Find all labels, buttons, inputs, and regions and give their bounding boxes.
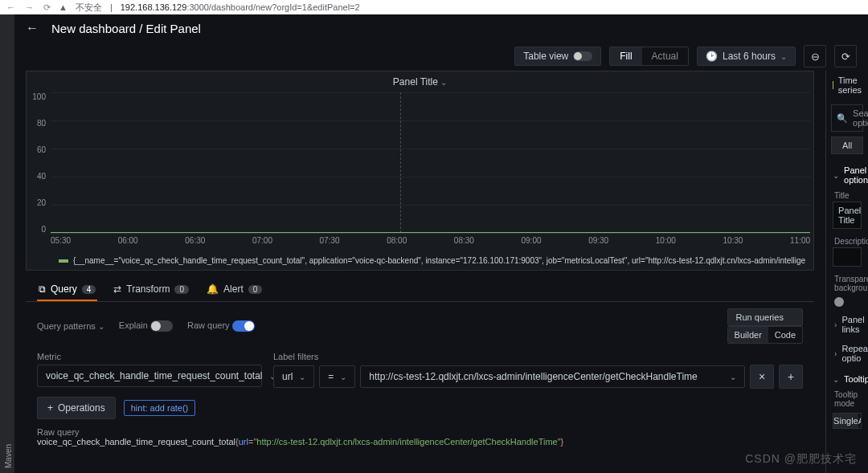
filters-label: Label filters bbox=[273, 352, 803, 361]
raw-query-code: voice_qc_check_handle_time_request_count… bbox=[37, 437, 803, 447]
series-line bbox=[51, 232, 810, 233]
transparent-bg-label: Transparent backgrou bbox=[826, 271, 868, 294]
builder-code-toggle[interactable]: Builder Code bbox=[727, 326, 804, 344]
tab-alert[interactable]: 🔔 Alert 0 bbox=[205, 279, 264, 301]
run-queries-button[interactable]: Run queries bbox=[727, 308, 804, 326]
refresh-icon[interactable]: ⟳ bbox=[834, 45, 857, 67]
zoom-out-icon[interactable]: ⊖ bbox=[804, 45, 826, 67]
tab-query[interactable]: ⧉ Query 4 bbox=[37, 279, 97, 301]
url[interactable]: 192.168.136.129:3000/dashboard/new?orgId… bbox=[121, 2, 360, 12]
insecure-icon: ▲ bbox=[59, 2, 68, 12]
table-view-toggle[interactable]: Table view bbox=[514, 47, 601, 66]
alert-count-badge: 0 bbox=[248, 285, 263, 294]
raw-query-label: Raw query bbox=[37, 427, 803, 437]
sidebar-tab[interactable]: Maven bbox=[4, 19, 13, 468]
options-pane: Time series 🔍 Search options All ⌄Panel … bbox=[825, 71, 868, 473]
watermark: CSDN @肥肥技术宅 bbox=[745, 452, 857, 467]
fill-actual-toggle[interactable]: Fill Actual bbox=[609, 47, 689, 66]
description-label: Description bbox=[826, 234, 868, 247]
reload-icon[interactable]: ⟳ bbox=[43, 2, 51, 13]
add-filter-button[interactable]: + bbox=[779, 365, 803, 389]
chart[interactable]: 100 80 60 40 20 0 bbox=[27, 92, 813, 253]
query-icon: ⧉ bbox=[39, 283, 46, 295]
time-range-picker[interactable]: 🕑 Last 6 hours ⌄ bbox=[697, 47, 796, 66]
repeat-options-section[interactable]: ›Repeat optio bbox=[826, 339, 868, 368]
hint-add-rate[interactable]: hint: add rate() bbox=[124, 400, 196, 416]
clock-icon: 🕑 bbox=[706, 51, 718, 62]
fill-option[interactable]: Fill bbox=[610, 47, 641, 65]
search-icon: 🔍 bbox=[837, 113, 848, 124]
title-input[interactable]: Panel Title bbox=[833, 202, 862, 229]
back-icon[interactable]: ← bbox=[6, 2, 15, 13]
transform-icon: ⇄ bbox=[113, 283, 121, 295]
panel-links-section[interactable]: ›Panel links bbox=[826, 310, 868, 339]
filter-key-select[interactable]: url⌄ bbox=[273, 365, 314, 388]
insecure-label: 不安全 bbox=[76, 2, 102, 14]
breadcrumb: New dashboard / Edit Panel bbox=[51, 22, 201, 35]
actual-option[interactable]: Actual bbox=[642, 47, 688, 65]
panel-title[interactable]: Panel Title ⌄ bbox=[27, 71, 813, 92]
search-options-input[interactable]: 🔍 Search options bbox=[831, 104, 863, 132]
metric-select[interactable]: voice_qc_check_handle_time_request_count… bbox=[37, 365, 262, 387]
panel-options-section[interactable]: ⌄Panel options bbox=[826, 159, 868, 188]
tooltip-mode-label: Tooltip mode bbox=[826, 387, 868, 410]
all-button[interactable]: All bbox=[831, 137, 863, 154]
alert-icon: 🔔 bbox=[207, 283, 219, 295]
raw-query-toggle[interactable]: Raw query bbox=[187, 320, 255, 332]
browser-bar: ← → ⟳ ▲ 不安全 | 192.168.136.129:3000/dashb… bbox=[0, 0, 868, 14]
operations-button[interactable]: + Operations bbox=[37, 397, 116, 419]
chevron-down-icon: ⌄ bbox=[780, 52, 787, 61]
x-axis: 05:3006:0006:3007:0007:3008:0008:3009:00… bbox=[51, 236, 810, 245]
back-arrow-icon[interactable]: ← bbox=[26, 21, 39, 35]
tooltip-section[interactable]: ⌄Tooltip bbox=[826, 368, 868, 387]
metric-label: Metric bbox=[37, 352, 262, 361]
legend-marker bbox=[59, 259, 68, 263]
transform-count-badge: 0 bbox=[174, 285, 189, 294]
chevron-down-icon: ⌄ bbox=[440, 78, 447, 87]
forward-icon[interactable]: → bbox=[25, 2, 34, 13]
query-patterns[interactable]: Query patterns ⌄ bbox=[37, 321, 104, 331]
transparent-bg-toggle[interactable] bbox=[834, 297, 844, 307]
legend[interactable]: {__name__="voice_qc_check_handle_time_re… bbox=[27, 253, 813, 270]
viz-picker[interactable]: Time series bbox=[826, 71, 868, 100]
query-count-badge: 4 bbox=[82, 285, 96, 294]
title-label: Title bbox=[826, 188, 868, 202]
tooltip-mode-toggle[interactable]: Single All bbox=[833, 413, 862, 429]
description-input[interactable] bbox=[833, 247, 862, 267]
filter-op-select[interactable]: =⌄ bbox=[319, 365, 355, 388]
cursor-line bbox=[400, 92, 401, 233]
ide-sidebar: Maven RestServices Json Parser Database … bbox=[0, 14, 14, 473]
plot-area[interactable] bbox=[51, 92, 810, 234]
remove-filter-button[interactable]: × bbox=[750, 365, 774, 389]
explain-toggle[interactable]: Explain bbox=[119, 320, 173, 332]
viz-icon bbox=[833, 81, 833, 89]
filter-value-select[interactable]: http://cs-test-12.qdlxjt.cn/lxcs-admin/i… bbox=[360, 365, 745, 388]
tab-transform[interactable]: ⇄ Transform 0 bbox=[112, 279, 190, 301]
y-axis: 100 80 60 40 20 0 bbox=[27, 92, 49, 234]
separator: | bbox=[110, 2, 113, 12]
